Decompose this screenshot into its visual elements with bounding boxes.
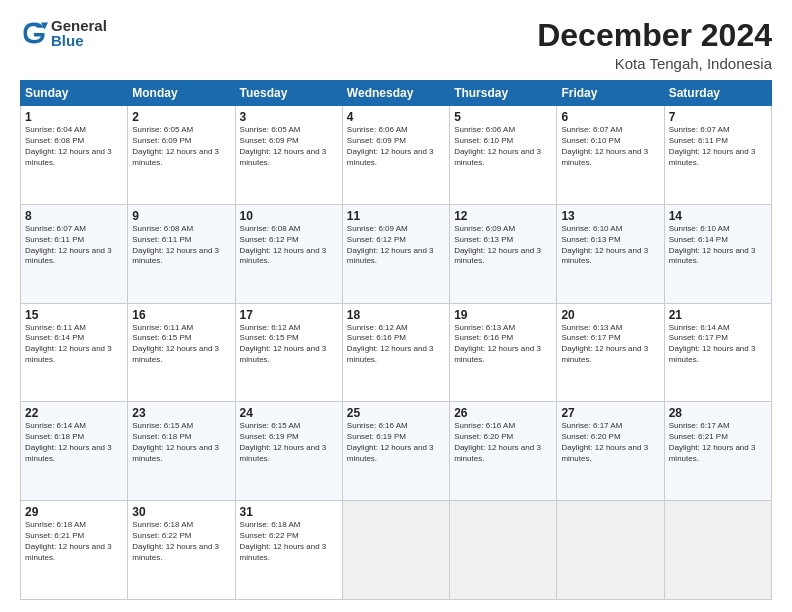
day-number: 6 (561, 110, 659, 124)
calendar-week-row: 8Sunrise: 6:07 AMSunset: 6:11 PMDaylight… (21, 204, 772, 303)
calendar-day-cell: 1Sunrise: 6:04 AMSunset: 6:08 PMDaylight… (21, 106, 128, 205)
page: General Blue December 2024 Kota Tengah, … (0, 0, 792, 612)
day-number: 28 (669, 406, 767, 420)
logo-general-text: General (51, 18, 107, 33)
calendar-body: 1Sunrise: 6:04 AMSunset: 6:08 PMDaylight… (21, 106, 772, 600)
day-info: Sunrise: 6:04 AMSunset: 6:08 PMDaylight:… (25, 125, 123, 168)
day-info: Sunrise: 6:05 AMSunset: 6:09 PMDaylight:… (240, 125, 338, 168)
day-number: 20 (561, 308, 659, 322)
calendar-day-cell: 28Sunrise: 6:17 AMSunset: 6:21 PMDayligh… (664, 402, 771, 501)
day-number: 12 (454, 209, 552, 223)
logo-text: General Blue (51, 18, 107, 48)
day-number: 7 (669, 110, 767, 124)
calendar-day-cell: 11Sunrise: 6:09 AMSunset: 6:12 PMDayligh… (342, 204, 449, 303)
calendar-day-cell: 29Sunrise: 6:18 AMSunset: 6:21 PMDayligh… (21, 501, 128, 600)
day-number: 3 (240, 110, 338, 124)
day-number: 1 (25, 110, 123, 124)
day-number: 9 (132, 209, 230, 223)
calendar-day-cell: 17Sunrise: 6:12 AMSunset: 6:15 PMDayligh… (235, 303, 342, 402)
day-info: Sunrise: 6:12 AMSunset: 6:16 PMDaylight:… (347, 323, 445, 366)
day-number: 8 (25, 209, 123, 223)
day-info: Sunrise: 6:05 AMSunset: 6:09 PMDaylight:… (132, 125, 230, 168)
day-number: 19 (454, 308, 552, 322)
calendar-header-sunday: Sunday (21, 81, 128, 106)
calendar-table: SundayMondayTuesdayWednesdayThursdayFrid… (20, 80, 772, 600)
day-info: Sunrise: 6:09 AMSunset: 6:13 PMDaylight:… (454, 224, 552, 267)
calendar-header-row: SundayMondayTuesdayWednesdayThursdayFrid… (21, 81, 772, 106)
calendar-day-cell: 24Sunrise: 6:15 AMSunset: 6:19 PMDayligh… (235, 402, 342, 501)
calendar-header-wednesday: Wednesday (342, 81, 449, 106)
header: General Blue December 2024 Kota Tengah, … (20, 18, 772, 72)
day-number: 13 (561, 209, 659, 223)
day-number: 5 (454, 110, 552, 124)
day-number: 22 (25, 406, 123, 420)
day-number: 11 (347, 209, 445, 223)
title-block: December 2024 Kota Tengah, Indonesia (537, 18, 772, 72)
day-number: 18 (347, 308, 445, 322)
calendar-day-cell: 22Sunrise: 6:14 AMSunset: 6:18 PMDayligh… (21, 402, 128, 501)
day-info: Sunrise: 6:14 AMSunset: 6:18 PMDaylight:… (25, 421, 123, 464)
day-info: Sunrise: 6:13 AMSunset: 6:17 PMDaylight:… (561, 323, 659, 366)
day-info: Sunrise: 6:10 AMSunset: 6:14 PMDaylight:… (669, 224, 767, 267)
calendar-day-cell: 14Sunrise: 6:10 AMSunset: 6:14 PMDayligh… (664, 204, 771, 303)
logo-icon (20, 19, 48, 47)
day-info: Sunrise: 6:10 AMSunset: 6:13 PMDaylight:… (561, 224, 659, 267)
calendar-header-tuesday: Tuesday (235, 81, 342, 106)
day-info: Sunrise: 6:16 AMSunset: 6:19 PMDaylight:… (347, 421, 445, 464)
calendar-day-cell (557, 501, 664, 600)
calendar-day-cell: 20Sunrise: 6:13 AMSunset: 6:17 PMDayligh… (557, 303, 664, 402)
logo: General Blue (20, 18, 107, 48)
day-number: 4 (347, 110, 445, 124)
day-info: Sunrise: 6:07 AMSunset: 6:11 PMDaylight:… (669, 125, 767, 168)
calendar-week-row: 15Sunrise: 6:11 AMSunset: 6:14 PMDayligh… (21, 303, 772, 402)
calendar-day-cell: 8Sunrise: 6:07 AMSunset: 6:11 PMDaylight… (21, 204, 128, 303)
day-number: 30 (132, 505, 230, 519)
day-number: 25 (347, 406, 445, 420)
day-number: 27 (561, 406, 659, 420)
logo-blue-text: Blue (51, 33, 107, 48)
day-number: 16 (132, 308, 230, 322)
calendar-day-cell: 13Sunrise: 6:10 AMSunset: 6:13 PMDayligh… (557, 204, 664, 303)
calendar-day-cell: 15Sunrise: 6:11 AMSunset: 6:14 PMDayligh… (21, 303, 128, 402)
day-number: 21 (669, 308, 767, 322)
day-info: Sunrise: 6:12 AMSunset: 6:15 PMDaylight:… (240, 323, 338, 366)
calendar-day-cell (450, 501, 557, 600)
day-info: Sunrise: 6:17 AMSunset: 6:20 PMDaylight:… (561, 421, 659, 464)
day-info: Sunrise: 6:09 AMSunset: 6:12 PMDaylight:… (347, 224, 445, 267)
calendar-day-cell: 6Sunrise: 6:07 AMSunset: 6:10 PMDaylight… (557, 106, 664, 205)
day-info: Sunrise: 6:18 AMSunset: 6:22 PMDaylight:… (132, 520, 230, 563)
calendar-day-cell: 26Sunrise: 6:16 AMSunset: 6:20 PMDayligh… (450, 402, 557, 501)
calendar-day-cell: 7Sunrise: 6:07 AMSunset: 6:11 PMDaylight… (664, 106, 771, 205)
day-info: Sunrise: 6:08 AMSunset: 6:11 PMDaylight:… (132, 224, 230, 267)
day-info: Sunrise: 6:06 AMSunset: 6:10 PMDaylight:… (454, 125, 552, 168)
day-number: 17 (240, 308, 338, 322)
calendar-day-cell: 16Sunrise: 6:11 AMSunset: 6:15 PMDayligh… (128, 303, 235, 402)
day-info: Sunrise: 6:16 AMSunset: 6:20 PMDaylight:… (454, 421, 552, 464)
calendar-header-thursday: Thursday (450, 81, 557, 106)
location-title: Kota Tengah, Indonesia (537, 55, 772, 72)
day-info: Sunrise: 6:17 AMSunset: 6:21 PMDaylight:… (669, 421, 767, 464)
calendar-week-row: 29Sunrise: 6:18 AMSunset: 6:21 PMDayligh… (21, 501, 772, 600)
calendar-day-cell: 30Sunrise: 6:18 AMSunset: 6:22 PMDayligh… (128, 501, 235, 600)
calendar-day-cell: 5Sunrise: 6:06 AMSunset: 6:10 PMDaylight… (450, 106, 557, 205)
calendar-day-cell: 25Sunrise: 6:16 AMSunset: 6:19 PMDayligh… (342, 402, 449, 501)
calendar-week-row: 22Sunrise: 6:14 AMSunset: 6:18 PMDayligh… (21, 402, 772, 501)
day-number: 26 (454, 406, 552, 420)
day-number: 23 (132, 406, 230, 420)
calendar-day-cell: 31Sunrise: 6:18 AMSunset: 6:22 PMDayligh… (235, 501, 342, 600)
day-info: Sunrise: 6:18 AMSunset: 6:22 PMDaylight:… (240, 520, 338, 563)
calendar-header-friday: Friday (557, 81, 664, 106)
calendar-day-cell: 3Sunrise: 6:05 AMSunset: 6:09 PMDaylight… (235, 106, 342, 205)
day-info: Sunrise: 6:07 AMSunset: 6:11 PMDaylight:… (25, 224, 123, 267)
day-info: Sunrise: 6:07 AMSunset: 6:10 PMDaylight:… (561, 125, 659, 168)
day-number: 24 (240, 406, 338, 420)
day-info: Sunrise: 6:13 AMSunset: 6:16 PMDaylight:… (454, 323, 552, 366)
calendar-week-row: 1Sunrise: 6:04 AMSunset: 6:08 PMDaylight… (21, 106, 772, 205)
day-number: 2 (132, 110, 230, 124)
day-info: Sunrise: 6:11 AMSunset: 6:15 PMDaylight:… (132, 323, 230, 366)
day-number: 31 (240, 505, 338, 519)
calendar-day-cell: 9Sunrise: 6:08 AMSunset: 6:11 PMDaylight… (128, 204, 235, 303)
calendar-day-cell: 2Sunrise: 6:05 AMSunset: 6:09 PMDaylight… (128, 106, 235, 205)
day-info: Sunrise: 6:11 AMSunset: 6:14 PMDaylight:… (25, 323, 123, 366)
calendar-header-monday: Monday (128, 81, 235, 106)
